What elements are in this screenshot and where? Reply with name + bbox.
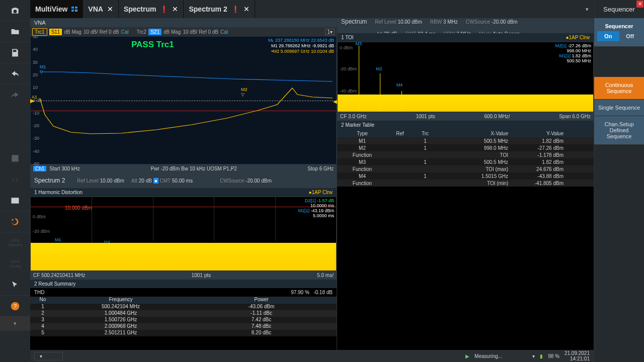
trace-cal: Cal [121, 29, 129, 35]
gen-config-icon[interactable]: GENConfig [0, 253, 30, 275]
spectrum-plot[interactable]: 0 dBm -20 dBm -40 dBm M3 M2 M4 M2[1] -27… [337, 42, 594, 112]
s-param-tag: S11 [49, 29, 62, 35]
cycle-icon[interactable] [0, 211, 30, 232]
thd-table: No Frequency Power 1500.242104 MHz-43.06… [30, 297, 337, 336]
x-pts: 1001 pts [192, 273, 211, 278]
table-row: FunctionTOI (max)24.676 dBm [337, 165, 594, 172]
close-icon[interactable]: ✕ [244, 5, 250, 13]
table-row: FunctionTOI-1.178 dBm [337, 151, 594, 158]
y-tick: -20 dBm [340, 66, 357, 71]
x-cf: CF 3.0 GHz [340, 114, 367, 119]
col-hdr-y: Y-Value [523, 131, 594, 136]
chan-setup-sequence-button[interactable]: Chan.Setup Defined Sequence [594, 116, 644, 145]
toggle-off[interactable]: Off [619, 31, 641, 41]
tab-label: Spectrum 2 [189, 5, 227, 13]
x-settings: Pwr -20 dBm Bw 10 kHz UOSM P1,P2 [151, 166, 237, 171]
panel-title: Spectrum [341, 18, 367, 25]
y-tick: 0 dBm [33, 214, 46, 219]
continuous-sequence-button[interactable]: Continuous Sequence [594, 77, 644, 100]
trace-format: dB Mag [64, 29, 81, 35]
spectrum2-readout: D2[1] -1.57 dB 10.0000 ms M1[1] -43.19 d… [298, 198, 334, 218]
col-hdr-x: X-Value [438, 131, 523, 136]
col-hdr-pwr: Power [186, 297, 337, 304]
result-summary-hdr: 2 Result Summary [30, 280, 337, 288]
pointer-icon[interactable] [0, 275, 30, 296]
status-dropdown[interactable]: ▾ [34, 352, 63, 360]
status-time: 14:21:01 [570, 356, 590, 361]
thd-row: THD 97.90 % -0.18 dB [30, 288, 337, 297]
table-row: M411.5015 GHz-43.88 dBm [337, 172, 594, 179]
spectrum2-plot[interactable]: 10.000 dBm 0 dBm -20 dBm -60 dBm M1▽ D2▽… [30, 197, 337, 271]
close-icon[interactable]: ✕ [636, 1, 643, 8]
expand-icon[interactable]: ▾ [0, 317, 30, 331]
sequencer-button[interactable]: Sequencer On Off [594, 18, 644, 47]
x-span: 5.0 ms/ [317, 273, 334, 278]
gen-on-icon[interactable]: GENON/OFF [0, 232, 30, 253]
col-hdr-type: Type [337, 131, 387, 136]
marker-m2: M2▽ [241, 87, 248, 97]
marker-m3: M3 [356, 41, 362, 46]
battery-icon: ▮ [540, 353, 543, 359]
play-icon[interactable]: ▶ [465, 353, 469, 359]
table-row: M11500.5 MHz1.82 dBm [337, 137, 594, 144]
vna-trace-bar: Trc1 S11 dB Mag 10 dB/ Ref 0 dB Cal Trc2… [30, 27, 337, 36]
camera-icon[interactable] [0, 0, 30, 21]
x-cf: CF 500.24210411 MHz [33, 273, 85, 278]
window-icon[interactable] [0, 190, 30, 211]
single-sequence-button[interactable]: Single Sequence [594, 100, 644, 116]
marker-m4: M4 [396, 82, 403, 87]
tab-label: VNA [88, 5, 103, 13]
svg-rect-5 [75, 10, 77, 12]
vna-traces [31, 37, 336, 164]
ref-line-label: 10.000 dBm [65, 205, 92, 211]
col-hdr-freq: Frequency [55, 297, 186, 304]
save-icon[interactable] [0, 42, 30, 63]
tab-label: MultiView [35, 5, 67, 13]
undo-icon[interactable] [0, 63, 30, 84]
toggle-on[interactable]: On [597, 31, 619, 41]
dropdown-icon[interactable]: 1▾ [325, 29, 335, 35]
close-icon[interactable]: ✕ [172, 5, 178, 13]
trace-mode: ●1AP Clrw [566, 35, 590, 40]
col-hdr-trc: Trc [413, 131, 438, 136]
tab-spectrum[interactable]: Spectrum ❗ ✕ [119, 0, 184, 18]
ratio-icon[interactable]: 1:1 [0, 169, 30, 190]
y-tick: -20 dBm [33, 229, 50, 234]
x-pts: 1001 pts [416, 114, 435, 119]
redo-icon[interactable] [0, 84, 30, 106]
right-panel: ✕ Sequencer Sequencer On Off Continuous … [594, 0, 644, 362]
vna-x-axis: Ch1Start 300 kHz Pwr -20 dBm Bw 10 kHz U… [30, 164, 337, 173]
table-row: M31500.5 MHz1.82 dBm [337, 158, 594, 165]
spectrum-header: Spectrum Ref Level 10.00 dBm RBW 3 MHz C… [337, 18, 594, 33]
tab-spectrum2[interactable]: Spectrum 2 ❗ ✕ [184, 0, 255, 18]
zoom-in-icon[interactable] [0, 106, 30, 127]
trace-cal: Cal [220, 29, 228, 35]
x-span: Span 6.0 GHz [559, 114, 591, 119]
tab-vna[interactable]: VNA ✕ [83, 0, 119, 18]
tab-overflow[interactable]: ▾ [581, 0, 594, 18]
tab-multiview[interactable]: MultiView [30, 0, 83, 18]
marker-m1: M1▽ [40, 64, 46, 74]
close-icon[interactable]: ✕ [107, 5, 113, 13]
s-param-tag: S21 [148, 29, 162, 35]
x-stop: Stop 6 GHz [307, 166, 334, 171]
marker-table-hdr: 2 Marker Table [337, 121, 594, 129]
spectrum-x-axis: CF 3.0 GHz 1001 pts 600.0 MHz/ Span 6.0 … [337, 112, 594, 121]
table-row: 21.000484 GHz-1.11 dBc [30, 310, 337, 317]
table-row: M21998.0 MHz-27.26 dBm [337, 144, 594, 151]
table-row: 42.000968 GHz7.48 dBc [30, 323, 337, 330]
svg-text:?: ? [14, 303, 17, 309]
y-tick: -40 dBm [340, 88, 357, 94]
open-icon[interactable] [0, 21, 30, 42]
help-icon[interactable]: ? [0, 296, 30, 317]
fit-icon[interactable] [0, 148, 30, 169]
col-hdr-no: No [30, 297, 55, 304]
main-area: MultiView VNA ✕ Spectrum ❗ ✕ Spectrum 2 … [30, 0, 594, 362]
vna-plot[interactable]: 50 40 30 20 10 0 dB -10 -20 -30 -40 -50 … [30, 36, 337, 164]
left-toolbar: 1:1 GENON/OFF GENConfig ? ▾ [0, 0, 30, 362]
status-text: Measuring... [474, 353, 502, 359]
toi-title: 1 TOI ●1AP Clrw [337, 33, 594, 42]
table-row: 1500.242104 MHz-43.06 dBm [30, 304, 337, 310]
spectrum-readout: M2[1] -27.26 dBm 998.00 MHz M1[1] 1.82 d… [555, 43, 591, 63]
zoom-out-icon[interactable] [0, 127, 30, 148]
